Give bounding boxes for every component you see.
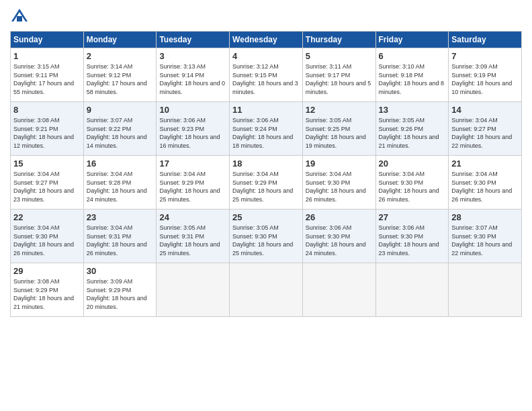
day-info: Sunrise: 3:05 AMSunset: 9:26 PMDaylight:… bbox=[379, 117, 439, 149]
calendar-day-cell: 19Sunrise: 3:04 AMSunset: 9:30 PMDayligh… bbox=[302, 156, 375, 210]
calendar-day-cell: 20Sunrise: 3:04 AMSunset: 9:30 PMDayligh… bbox=[375, 156, 449, 210]
day-number: 5 bbox=[306, 51, 373, 61]
calendar-day-cell: 6Sunrise: 3:10 AMSunset: 9:18 PMDaylight… bbox=[375, 48, 449, 102]
calendar-week-row: 15Sunrise: 3:04 AMSunset: 9:27 PMDayligh… bbox=[11, 156, 522, 210]
day-info: Sunrise: 3:15 AMSunset: 9:11 PMDaylight:… bbox=[13, 63, 74, 95]
day-number: 4 bbox=[232, 51, 300, 61]
th-thursday: Thursday bbox=[302, 32, 375, 48]
calendar-container: Sunday Monday Tuesday Wednesday Thursday… bbox=[0, 0, 532, 411]
calendar-day-cell bbox=[302, 263, 375, 317]
day-number: 20 bbox=[379, 158, 446, 169]
day-number: 21 bbox=[451, 158, 519, 169]
calendar-day-cell: 5Sunrise: 3:11 AMSunset: 9:17 PMDaylight… bbox=[302, 48, 375, 102]
calendar-week-row: 1Sunrise: 3:15 AMSunset: 9:11 PMDaylight… bbox=[11, 48, 522, 102]
calendar-day-cell: 28Sunrise: 3:07 AMSunset: 9:30 PMDayligh… bbox=[449, 210, 522, 263]
day-number: 8 bbox=[13, 105, 81, 115]
calendar-day-cell: 11Sunrise: 3:06 AMSunset: 9:24 PMDayligh… bbox=[230, 102, 303, 156]
day-number: 6 bbox=[379, 51, 446, 61]
calendar-day-cell: 4Sunrise: 3:12 AMSunset: 9:15 PMDaylight… bbox=[230, 48, 303, 102]
calendar-day-cell: 24Sunrise: 3:05 AMSunset: 9:31 PMDayligh… bbox=[157, 210, 230, 263]
day-number: 13 bbox=[379, 105, 446, 115]
day-info: Sunrise: 3:06 AMSunset: 9:30 PMDaylight:… bbox=[306, 224, 366, 257]
calendar-day-cell: 29Sunrise: 3:08 AMSunset: 9:29 PMDayligh… bbox=[11, 263, 84, 317]
calendar-day-cell: 12Sunrise: 3:05 AMSunset: 9:25 PMDayligh… bbox=[302, 102, 375, 156]
header bbox=[10, 7, 522, 26]
day-number: 28 bbox=[451, 212, 519, 222]
day-info: Sunrise: 3:06 AMSunset: 9:23 PMDaylight:… bbox=[159, 117, 220, 149]
calendar-day-cell bbox=[157, 263, 230, 317]
calendar-day-cell: 2Sunrise: 3:14 AMSunset: 9:12 PMDaylight… bbox=[83, 48, 157, 102]
calendar-day-cell: 15Sunrise: 3:04 AMSunset: 9:27 PMDayligh… bbox=[11, 156, 84, 210]
day-number: 17 bbox=[159, 158, 226, 169]
day-info: Sunrise: 3:05 AMSunset: 9:31 PMDaylight:… bbox=[159, 224, 220, 257]
day-info: Sunrise: 3:04 AMSunset: 9:27 PMDaylight:… bbox=[451, 117, 512, 149]
day-number: 11 bbox=[232, 105, 300, 115]
day-info: Sunrise: 3:06 AMSunset: 9:30 PMDaylight:… bbox=[379, 224, 439, 257]
day-number: 7 bbox=[451, 51, 519, 61]
day-number: 23 bbox=[87, 212, 154, 222]
calendar-week-row: 22Sunrise: 3:04 AMSunset: 9:30 PMDayligh… bbox=[11, 210, 522, 263]
day-number: 14 bbox=[451, 105, 519, 115]
day-number: 26 bbox=[306, 212, 373, 222]
th-tuesday: Tuesday bbox=[157, 32, 230, 48]
calendar-day-cell: 9Sunrise: 3:07 AMSunset: 9:22 PMDaylight… bbox=[83, 102, 157, 156]
day-info: Sunrise: 3:04 AMSunset: 9:31 PMDaylight:… bbox=[87, 224, 147, 257]
calendar-day-cell: 10Sunrise: 3:06 AMSunset: 9:23 PMDayligh… bbox=[157, 102, 230, 156]
calendar-week-row: 8Sunrise: 3:08 AMSunset: 9:21 PMDaylight… bbox=[11, 102, 522, 156]
day-number: 19 bbox=[306, 158, 373, 169]
day-info: Sunrise: 3:08 AMSunset: 9:29 PMDaylight:… bbox=[13, 278, 74, 310]
day-info: Sunrise: 3:07 AMSunset: 9:22 PMDaylight:… bbox=[87, 117, 147, 149]
calendar-day-cell bbox=[230, 263, 303, 317]
th-friday: Friday bbox=[375, 32, 449, 48]
day-info: Sunrise: 3:04 AMSunset: 9:29 PMDaylight:… bbox=[232, 171, 293, 203]
calendar-day-cell: 3Sunrise: 3:13 AMSunset: 9:14 PMDaylight… bbox=[157, 48, 230, 102]
calendar-day-cell: 25Sunrise: 3:05 AMSunset: 9:30 PMDayligh… bbox=[230, 210, 303, 263]
calendar-day-cell: 22Sunrise: 3:04 AMSunset: 9:30 PMDayligh… bbox=[11, 210, 84, 263]
day-info: Sunrise: 3:04 AMSunset: 9:27 PMDaylight:… bbox=[13, 171, 74, 203]
th-saturday: Saturday bbox=[449, 32, 522, 48]
day-number: 15 bbox=[13, 158, 81, 169]
day-info: Sunrise: 3:14 AMSunset: 9:12 PMDaylight:… bbox=[87, 63, 147, 95]
day-number: 12 bbox=[306, 105, 373, 115]
calendar-day-cell: 18Sunrise: 3:04 AMSunset: 9:29 PMDayligh… bbox=[230, 156, 303, 210]
day-info: Sunrise: 3:04 AMSunset: 9:28 PMDaylight:… bbox=[87, 171, 147, 203]
day-info: Sunrise: 3:05 AMSunset: 9:25 PMDaylight:… bbox=[306, 117, 366, 149]
day-info: Sunrise: 3:08 AMSunset: 9:21 PMDaylight:… bbox=[13, 117, 74, 149]
day-number: 22 bbox=[13, 212, 81, 222]
logo-icon bbox=[10, 7, 29, 26]
calendar-week-row: 29Sunrise: 3:08 AMSunset: 9:29 PMDayligh… bbox=[11, 263, 522, 317]
calendar-day-cell: 17Sunrise: 3:04 AMSunset: 9:29 PMDayligh… bbox=[157, 156, 230, 210]
calendar-day-cell: 7Sunrise: 3:09 AMSunset: 9:19 PMDaylight… bbox=[449, 48, 522, 102]
calendar-day-cell: 1Sunrise: 3:15 AMSunset: 9:11 PMDaylight… bbox=[11, 48, 84, 102]
th-sunday: Sunday bbox=[11, 32, 84, 48]
th-wednesday: Wednesday bbox=[230, 32, 303, 48]
day-info: Sunrise: 3:04 AMSunset: 9:30 PMDaylight:… bbox=[379, 171, 439, 203]
calendar-day-cell bbox=[449, 263, 522, 317]
calendar-day-cell: 13Sunrise: 3:05 AMSunset: 9:26 PMDayligh… bbox=[375, 102, 449, 156]
day-number: 9 bbox=[87, 105, 154, 115]
day-number: 29 bbox=[13, 266, 81, 276]
weekday-header-row: Sunday Monday Tuesday Wednesday Thursday… bbox=[11, 32, 522, 48]
day-info: Sunrise: 3:11 AMSunset: 9:17 PMDaylight:… bbox=[306, 63, 371, 95]
day-number: 16 bbox=[87, 158, 154, 169]
day-info: Sunrise: 3:04 AMSunset: 9:30 PMDaylight:… bbox=[13, 224, 74, 257]
day-info: Sunrise: 3:09 AMSunset: 9:19 PMDaylight:… bbox=[451, 63, 512, 95]
calendar-table: Sunday Monday Tuesday Wednesday Thursday… bbox=[10, 31, 522, 317]
calendar-day-cell: 14Sunrise: 3:04 AMSunset: 9:27 PMDayligh… bbox=[449, 102, 522, 156]
calendar-day-cell: 8Sunrise: 3:08 AMSunset: 9:21 PMDaylight… bbox=[11, 102, 84, 156]
day-number: 10 bbox=[159, 105, 226, 115]
day-number: 27 bbox=[379, 212, 446, 222]
day-info: Sunrise: 3:09 AMSunset: 9:29 PMDaylight:… bbox=[87, 278, 147, 310]
calendar-day-cell: 27Sunrise: 3:06 AMSunset: 9:30 PMDayligh… bbox=[375, 210, 449, 263]
calendar-day-cell: 26Sunrise: 3:06 AMSunset: 9:30 PMDayligh… bbox=[302, 210, 375, 263]
day-number: 24 bbox=[159, 212, 226, 222]
day-number: 18 bbox=[232, 158, 300, 169]
logo bbox=[10, 7, 32, 26]
day-number: 30 bbox=[87, 266, 154, 276]
day-number: 3 bbox=[159, 51, 226, 61]
th-monday: Monday bbox=[83, 32, 157, 48]
calendar-day-cell: 23Sunrise: 3:04 AMSunset: 9:31 PMDayligh… bbox=[83, 210, 157, 263]
day-number: 1 bbox=[13, 51, 81, 61]
svg-rect-3 bbox=[17, 16, 22, 21]
day-info: Sunrise: 3:04 AMSunset: 9:30 PMDaylight:… bbox=[451, 171, 512, 203]
